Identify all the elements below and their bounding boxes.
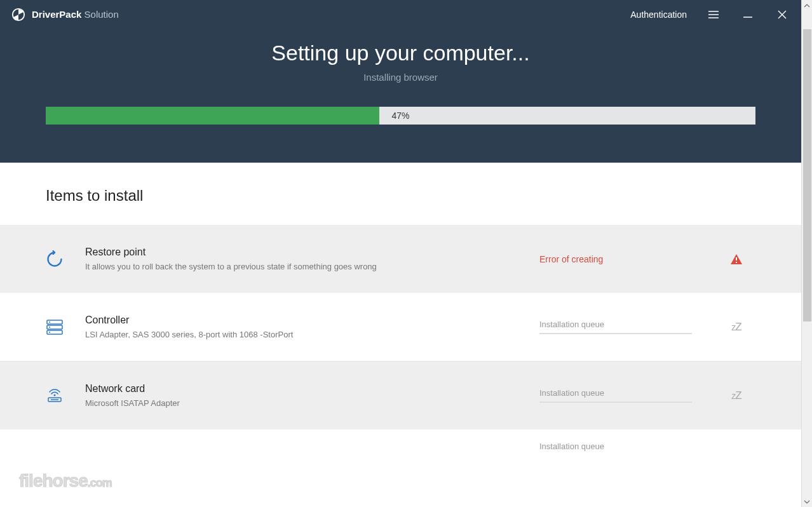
- install-item-network-card: Network card Microsoft ISATAP Adapter In…: [0, 362, 801, 429]
- warning-icon: [717, 254, 755, 265]
- install-item-restore-point: Restore point It allows you to roll back…: [0, 225, 801, 293]
- item-desc: Microsoft ISATAP Adapter: [85, 398, 539, 408]
- scroll-up-button[interactable]: [802, 0, 812, 11]
- svg-point-13: [49, 327, 50, 328]
- status-queue-bar: [539, 333, 692, 334]
- svg-rect-8: [736, 262, 737, 263]
- titlebar: DriverPack Solution Authentication: [0, 0, 801, 29]
- brand-strong: DriverPack: [32, 9, 81, 20]
- authentication-link[interactable]: Authentication: [630, 10, 687, 20]
- status-error-text: Error of creating: [539, 254, 717, 264]
- brand-light: Solution: [81, 9, 118, 20]
- status-queue-text: Installation queue: [539, 388, 717, 398]
- svg-point-12: [49, 321, 50, 323]
- vertical-scrollbar[interactable]: [801, 0, 812, 507]
- brand-name: DriverPack Solution: [32, 9, 119, 20]
- svg-point-15: [54, 394, 56, 396]
- install-item-controller: Controller LSI Adapter, SAS 3000 series,…: [0, 293, 801, 361]
- sleep-icon: zZ: [731, 389, 741, 402]
- progress-fill: [46, 107, 379, 125]
- controller-icon: [46, 319, 76, 335]
- status-queue-text: Installation queue: [539, 442, 717, 451]
- minimize-button[interactable]: [740, 7, 755, 22]
- logo-icon: [11, 8, 25, 22]
- svg-rect-7: [736, 257, 737, 260]
- status-queue-text: Installation queue: [539, 320, 717, 329]
- menu-button[interactable]: [706, 7, 721, 22]
- install-item-partial: Installation queue: [0, 429, 801, 455]
- status-queue-bar: [539, 402, 692, 403]
- svg-point-14: [49, 332, 50, 333]
- progress-bar: 47%: [46, 107, 755, 125]
- network-icon: [46, 388, 76, 403]
- spinner-icon: [46, 250, 76, 268]
- item-name: Controller: [85, 314, 539, 326]
- item-desc: It allows you to roll back the system to…: [85, 262, 539, 271]
- item-name: Network card: [85, 383, 539, 395]
- sleep-icon: zZ: [731, 321, 741, 334]
- app-logo: DriverPack Solution: [11, 8, 119, 22]
- item-name: Restore point: [85, 247, 539, 258]
- item-desc: LSI Adapter, SAS 3000 series, 8-port wit…: [85, 330, 539, 339]
- items-to-install-heading: Items to install: [0, 163, 801, 225]
- scrollbar-thumb[interactable]: [803, 29, 811, 321]
- setup-header: Setting up your computer... Installing b…: [0, 29, 801, 163]
- close-button[interactable]: [775, 7, 790, 22]
- scroll-down-button[interactable]: [802, 496, 812, 507]
- progress-percent: 47%: [391, 111, 409, 121]
- page-subtitle: Installing browser: [0, 72, 801, 83]
- page-title: Setting up your computer...: [0, 41, 801, 65]
